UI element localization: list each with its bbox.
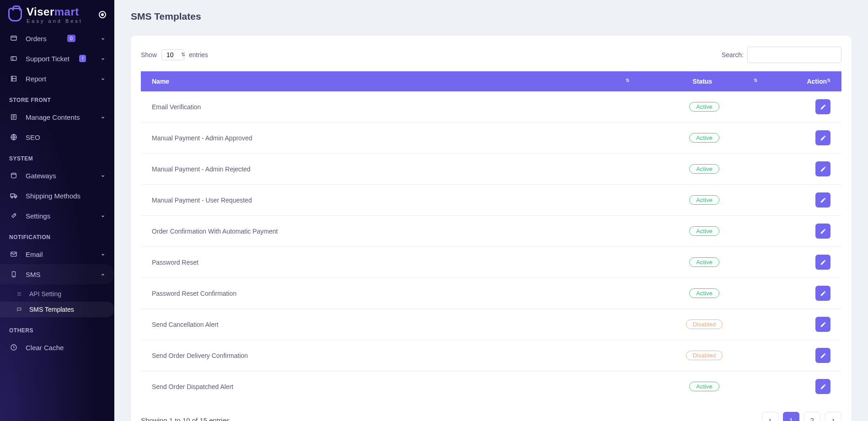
- cell-name: Send Order Dispatched Alert: [141, 371, 640, 402]
- cell-status: Active: [640, 91, 768, 123]
- sidebar-item-seo[interactable]: SEO: [0, 127, 114, 147]
- sidebar-sub-sms-templates[interactable]: SMS Templates: [0, 302, 114, 317]
- status-badge: Active: [689, 257, 719, 267]
- section-storefront: STORE FRONT: [0, 89, 114, 107]
- sidebar-item-settings[interactable]: Settings: [0, 206, 114, 226]
- col-action[interactable]: Action⇅: [768, 71, 841, 91]
- cell-action: [768, 154, 841, 185]
- report-icon: [9, 74, 18, 83]
- sms-submenu: API Setting SMS Templates: [0, 284, 114, 319]
- clock-icon: [9, 343, 18, 352]
- sidebar-item-orders[interactable]: Orders 0: [0, 28, 114, 48]
- nav-label: Settings: [26, 212, 50, 220]
- cell-action: [768, 91, 841, 123]
- section-system: SYSTEM: [0, 147, 114, 165]
- nav-label: SMS: [26, 271, 41, 278]
- edit-button[interactable]: [815, 286, 830, 301]
- status-badge: Active: [689, 226, 719, 236]
- list-icon: [16, 291, 24, 297]
- svg-rect-0: [11, 36, 16, 40]
- cell-status: Disabled: [640, 340, 768, 371]
- nav-label: Support Ticket: [26, 55, 70, 63]
- length-select[interactable]: 10: [161, 49, 184, 60]
- cell-action: [768, 340, 841, 371]
- cell-action: [768, 185, 841, 216]
- sidebar-collapse-icon[interactable]: [99, 11, 106, 18]
- cell-name: Manual Payment - Admin Rejected: [141, 154, 640, 185]
- svg-point-8: [13, 276, 14, 277]
- col-status[interactable]: Status⇅: [640, 71, 768, 91]
- edit-button[interactable]: [815, 192, 830, 208]
- edit-button[interactable]: [815, 255, 830, 270]
- status-badge: Disabled: [686, 320, 723, 329]
- chevron-down-icon: [101, 250, 105, 258]
- page-prev[interactable]: [762, 412, 778, 421]
- edit-button[interactable]: [815, 348, 830, 363]
- svg-rect-1: [11, 57, 16, 60]
- sort-icon: ⇅: [827, 78, 830, 83]
- sidebar-item-sms[interactable]: SMS: [0, 264, 114, 284]
- sidebar-item-email[interactable]: Email: [0, 244, 114, 264]
- ticket-icon: [9, 54, 18, 63]
- nav-label: Clear Cache: [26, 344, 64, 352]
- sub-label: API Setting: [29, 290, 61, 298]
- nav-label: Orders: [26, 35, 47, 43]
- page-2[interactable]: 2: [804, 412, 820, 421]
- globe-icon: [9, 133, 18, 142]
- chevron-up-icon: [101, 271, 105, 278]
- sidebar-item-gateways[interactable]: Gateways: [0, 165, 114, 186]
- show-label: Show: [141, 51, 157, 59]
- col-name[interactable]: Name⇅: [141, 71, 640, 91]
- table-row: Manual Payment - Admin RejectedActive: [141, 154, 841, 185]
- cell-action: [768, 247, 841, 278]
- page-next[interactable]: [825, 412, 841, 421]
- section-notification: NOTIFICATION: [0, 226, 114, 244]
- sort-icon: ⇅: [626, 78, 629, 83]
- logo: Visermart Easy and Best: [0, 0, 114, 28]
- table-row: Send Order Dispatched AlertActive: [141, 371, 841, 402]
- search-input[interactable]: [747, 47, 841, 63]
- status-badge: Disabled: [686, 351, 723, 360]
- cell-action: [768, 123, 841, 154]
- logo-icon: [8, 8, 22, 21]
- sidebar-item-support[interactable]: Support Ticket !: [0, 48, 114, 69]
- sidebar-item-clear-cache[interactable]: Clear Cache: [0, 337, 114, 357]
- support-badge: !: [79, 55, 86, 62]
- sidebar-sub-api-setting[interactable]: API Setting: [0, 286, 114, 302]
- cell-name: Manual Payment - User Requested: [141, 185, 640, 216]
- cell-status: Active: [640, 278, 768, 309]
- edit-button[interactable]: [815, 317, 830, 332]
- page-1[interactable]: 1: [783, 412, 799, 421]
- chat-icon: [16, 307, 24, 312]
- gateway-icon: [9, 171, 18, 180]
- cell-status: Active: [640, 123, 768, 154]
- sidebar-item-report[interactable]: Report: [0, 69, 114, 89]
- status-badge: Active: [689, 102, 719, 112]
- edit-button[interactable]: [815, 224, 830, 239]
- edit-button[interactable]: [815, 130, 830, 145]
- content-icon: [9, 112, 18, 122]
- logo-brand-2: mart: [54, 5, 79, 18]
- cell-name: Order Confirmation With Automatic Paymen…: [141, 216, 640, 247]
- chevron-down-icon: [101, 55, 105, 63]
- sort-icon: ⇅: [754, 78, 757, 83]
- edit-button[interactable]: [815, 379, 830, 394]
- nav-label: Shipping Methods: [26, 192, 80, 200]
- sidebar-item-manage-contents[interactable]: Manage Contents: [0, 107, 114, 127]
- table-row: Send Cancellation AlertDisabled: [141, 309, 841, 340]
- nav-label: Report: [26, 75, 46, 83]
- sidebar-item-shipping[interactable]: Shipping Methods: [0, 186, 114, 206]
- cell-action: [768, 278, 841, 309]
- cell-status: Active: [640, 371, 768, 402]
- edit-button[interactable]: [815, 99, 830, 114]
- orders-icon: [9, 34, 18, 43]
- cell-name: Manual Payment - Admin Approved: [141, 123, 640, 154]
- edit-button[interactable]: [815, 161, 830, 176]
- phone-icon: [9, 270, 18, 279]
- section-others: OTHERS: [0, 319, 114, 337]
- status-badge: Active: [689, 164, 719, 174]
- svg-point-4: [11, 197, 13, 198]
- cell-name: Email Verification: [141, 91, 640, 123]
- nav-label: SEO: [26, 133, 40, 141]
- entries-label: entries: [189, 51, 208, 59]
